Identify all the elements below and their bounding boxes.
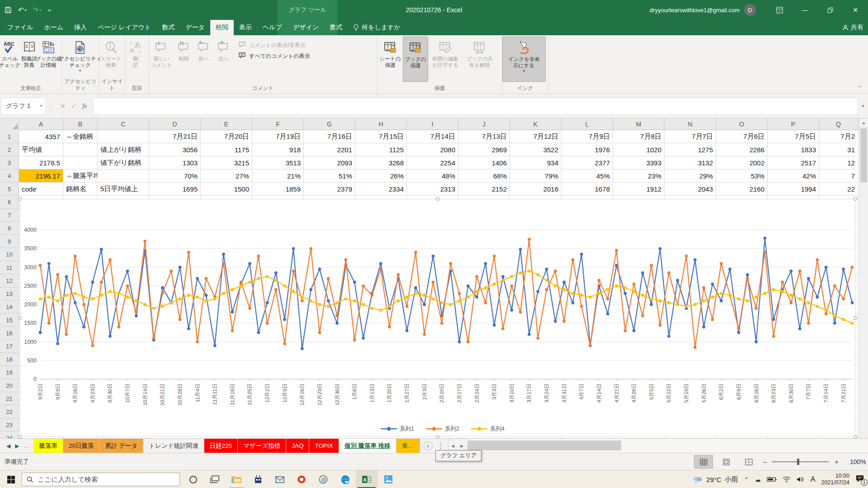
ribbon-tab-データ[interactable]: データ bbox=[180, 20, 210, 35]
taskbar-app-excel-icon[interactable]: X bbox=[356, 470, 377, 488]
redo-button[interactable]: ↷▾ bbox=[33, 6, 42, 14]
taskbar-app-mail-icon[interactable] bbox=[269, 470, 291, 488]
account-area[interactable]: dryyourtearswithlove1@gmail.com D bbox=[650, 0, 756, 20]
accessibility-check-button[interactable]: アクセシビリティチェック▼ bbox=[62, 37, 98, 82]
row-header-2[interactable]: 2 bbox=[0, 143, 19, 156]
cell-C3[interactable]: 値下がり銘柄 bbox=[98, 156, 149, 169]
taskbar-app-edge-icon[interactable] bbox=[334, 470, 356, 488]
chart-selection-handle[interactable] bbox=[854, 435, 857, 439]
row-header-4[interactable]: 4 bbox=[0, 169, 19, 183]
enter-formula-icon[interactable]: ✓ bbox=[68, 103, 79, 110]
cell-C2[interactable]: 値上がり銘柄 bbox=[98, 143, 149, 156]
action-center-icon[interactable]: 1 bbox=[855, 474, 864, 484]
ribbon-tab-ファイル[interactable]: ファイル bbox=[2, 20, 38, 35]
cell-Q5[interactable]: 22 bbox=[819, 183, 858, 196]
chart-area[interactable]: 050010001500200025003000350040009月2日9月9日… bbox=[20, 199, 855, 437]
sheet-tab-東…[interactable]: 東… bbox=[396, 439, 420, 453]
cell-D1[interactable]: 7月21日 bbox=[149, 130, 201, 143]
expand-formula-bar-icon[interactable]: ▼ bbox=[858, 104, 868, 108]
cell-G3[interactable]: 2093 bbox=[304, 156, 355, 169]
ribbon-tab-ホーム[interactable]: ホーム bbox=[38, 20, 69, 35]
cell-I2[interactable]: 2080 bbox=[407, 143, 458, 156]
cell-Q1[interactable]: 7月2 bbox=[819, 130, 858, 143]
column-header-O[interactable]: O bbox=[716, 118, 768, 130]
allow-edit-ranges-button[interactable]: 範囲の編集を許可する bbox=[428, 37, 462, 82]
cell-O4[interactable]: 53% bbox=[716, 169, 768, 183]
minimize-button[interactable]: — bbox=[792, 0, 817, 20]
column-header-C[interactable]: C bbox=[98, 118, 149, 130]
taskbar-app-cortana-icon[interactable] bbox=[182, 470, 204, 488]
cell-D3[interactable]: 1303 bbox=[149, 156, 201, 169]
column-header-M[interactable]: M bbox=[613, 118, 665, 130]
column-header-A[interactable]: A bbox=[19, 118, 63, 130]
sheet-tab-日経225[interactable]: 日経225 bbox=[204, 439, 238, 453]
page-break-view-icon[interactable] bbox=[739, 455, 758, 469]
sheet-tab-menu-icon[interactable]: ⋮ bbox=[437, 441, 444, 450]
cell-F3[interactable]: 3513 bbox=[252, 156, 304, 169]
sheet-tab-JAQ[interactable]: JAQ bbox=[286, 439, 309, 453]
chart-selection-handle[interactable] bbox=[18, 197, 22, 201]
row-header-24[interactable]: 24 bbox=[0, 432, 19, 438]
ribbon-display-options-icon[interactable] bbox=[767, 0, 792, 20]
sheet-tab-TOPIX[interactable]: TOPIX bbox=[309, 439, 339, 453]
ribbon-tab-表示[interactable]: 表示 bbox=[234, 20, 257, 35]
cell-F5[interactable]: 1859 bbox=[252, 183, 304, 196]
cell-H3[interactable]: 3268 bbox=[355, 156, 407, 169]
workbook-stats-button[interactable]: 123ブックの統計情報 bbox=[39, 37, 58, 82]
column-header-L[interactable]: L bbox=[561, 118, 613, 130]
cell-O3[interactable]: 2002 bbox=[716, 156, 768, 169]
wifi-icon[interactable] bbox=[783, 477, 791, 483]
cell-F2[interactable]: 918 bbox=[252, 143, 304, 156]
cell-P4[interactable]: 42% bbox=[768, 169, 819, 183]
cell-G4[interactable]: 51% bbox=[304, 169, 355, 183]
show-hide-comment-button[interactable]: コメントの表示/非表示 bbox=[238, 41, 310, 49]
translate-button[interactable]: あa翻訳 bbox=[125, 37, 146, 82]
row-header-8[interactable]: 8 bbox=[0, 222, 19, 235]
column-header-B[interactable]: B bbox=[63, 118, 98, 130]
cell-H5[interactable]: 2334 bbox=[355, 183, 407, 196]
cell-O2[interactable]: 2286 bbox=[716, 143, 768, 156]
row-header-11[interactable]: 11 bbox=[0, 261, 19, 274]
cell-J4[interactable]: 68% bbox=[458, 169, 510, 183]
cell-A4[interactable]: 2196.17 bbox=[19, 169, 63, 183]
cell-I1[interactable]: 7月14日 bbox=[407, 130, 458, 143]
cell-M2[interactable]: 1020 bbox=[613, 143, 665, 156]
cancel-formula-icon[interactable]: ✕ bbox=[57, 103, 68, 110]
chart-selection-handle[interactable] bbox=[436, 435, 439, 439]
scroll-left-icon[interactable]: ◀ bbox=[448, 444, 458, 448]
cell-D2[interactable]: 3056 bbox=[149, 143, 201, 156]
cell-F1[interactable]: 7月19日 bbox=[252, 130, 304, 143]
cell-J3[interactable]: 1406 bbox=[458, 156, 510, 169]
cell-I4[interactable]: 48% bbox=[407, 169, 458, 183]
row-header-5[interactable]: 5 bbox=[0, 183, 19, 196]
cell-D4[interactable]: 70% bbox=[149, 169, 201, 183]
ribbon-tab-ヘルプ[interactable]: ヘルプ bbox=[257, 20, 288, 35]
chart-selection-handle[interactable] bbox=[18, 316, 22, 320]
column-header-F[interactable]: F bbox=[252, 118, 304, 130]
restore-button[interactable] bbox=[817, 0, 843, 20]
chart-selection-handle[interactable] bbox=[854, 316, 857, 320]
scroll-right-icon[interactable]: ▶ bbox=[458, 444, 467, 448]
cell-E3[interactable]: 3215 bbox=[201, 156, 252, 169]
sheet-nav-left-icon[interactable]: ◀ bbox=[6, 443, 10, 449]
zoom-slider[interactable] bbox=[772, 461, 829, 462]
insert-function-icon[interactable]: fx bbox=[79, 103, 90, 110]
cell-E5[interactable]: 1500 bbox=[201, 183, 252, 196]
sheet-tab-マザーズ指標[interactable]: マザーズ指標 bbox=[238, 439, 286, 453]
new-comment-button[interactable]: 新しいコメント bbox=[149, 37, 174, 82]
cell-H1[interactable]: 7月15日 bbox=[355, 130, 407, 143]
column-header-J[interactable]: J bbox=[458, 118, 510, 130]
new-sheet-icon[interactable]: ＋ bbox=[424, 441, 433, 450]
row-header-18[interactable]: 18 bbox=[0, 353, 19, 366]
chart-selection-handle[interactable] bbox=[854, 197, 857, 201]
column-header-I[interactable]: I bbox=[407, 118, 458, 130]
cell-P3[interactable]: 2517 bbox=[768, 156, 819, 169]
row-header-14[interactable]: 14 bbox=[0, 300, 19, 314]
cell-B4[interactable]: ⇔騰落平均 bbox=[63, 169, 98, 183]
cell-I5[interactable]: 2313 bbox=[407, 183, 458, 196]
smart-lookup-button[interactable]: スマート検索 bbox=[99, 37, 123, 82]
zoom-slider-thumb[interactable] bbox=[797, 459, 799, 465]
cell-A2[interactable]: 平均値 bbox=[19, 143, 63, 156]
cell-B5[interactable]: 銘柄名 bbox=[63, 183, 98, 196]
row-header-22[interactable]: 22 bbox=[0, 405, 19, 418]
